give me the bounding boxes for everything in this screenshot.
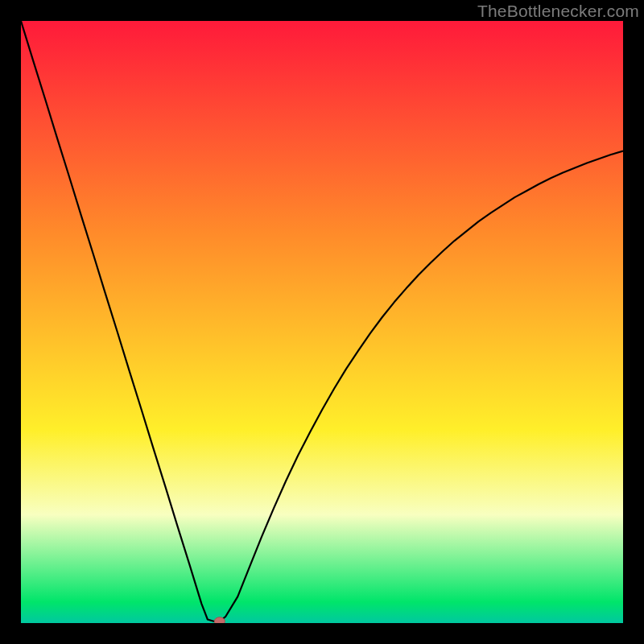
- minimum-marker: [214, 617, 225, 623]
- watermark-text: TheBottlenecker.com: [477, 2, 639, 21]
- chart-background: [21, 21, 623, 623]
- chart-frame: [21, 21, 623, 623]
- bottleneck-chart: [21, 21, 623, 623]
